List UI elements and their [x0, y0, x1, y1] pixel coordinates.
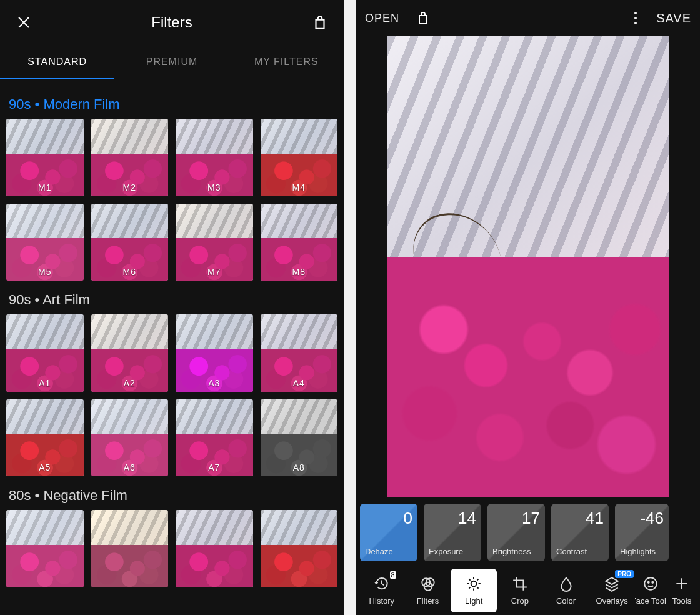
filter-thumb-preview[interactable]: [91, 510, 169, 588]
svg-point-4: [644, 578, 657, 590]
filter-label: M6: [91, 267, 169, 277]
face-icon: [642, 576, 659, 594]
shop-icon[interactable]: [308, 10, 332, 35]
filters-title: Filters: [151, 14, 192, 31]
filter-thumb-A7[interactable]: A7: [176, 399, 253, 477]
adjust-brightness[interactable]: 17Brightness: [488, 504, 545, 561]
filter-thumb-A3[interactable]: A3: [176, 314, 253, 392]
filter-grid: M1M2M3M4M5M6M7M8: [6, 119, 338, 281]
tool-crop[interactable]: Crop: [497, 569, 543, 612]
adjust-value: -46: [620, 509, 664, 528]
tool-label: Color: [556, 596, 576, 606]
tool-filters[interactable]: Filters: [405, 569, 451, 612]
filter-label: A5: [6, 462, 84, 472]
filter-thumb-preview[interactable]: [261, 510, 338, 588]
filter-thumb-M8[interactable]: M8: [261, 204, 338, 281]
filter-thumb-A8[interactable]: A8: [261, 399, 338, 477]
tool-label: Tools: [672, 596, 691, 606]
filters-screen: Filters STANDARDPREMIUMMY FILTERS 90s • …: [0, 0, 344, 615]
tab-my-filters[interactable]: MY FILTERS: [229, 45, 344, 79]
filter-thumb-A1[interactable]: A1: [6, 314, 84, 392]
filter-thumb-A6[interactable]: A6: [91, 399, 169, 477]
tool-history[interactable]: 8History: [359, 569, 405, 612]
filter-section-title[interactable]: 90s • Art Film: [9, 292, 335, 308]
filter-thumb-A4[interactable]: A4: [261, 314, 338, 392]
more-icon[interactable]: [626, 9, 645, 28]
tab-premium[interactable]: PREMIUM: [114, 45, 229, 79]
bottom-toolbar: 8HistoryFiltersLightCropColorPROOverlays…: [356, 566, 700, 615]
open-button[interactable]: OPEN: [365, 12, 399, 25]
tool-label: Crop: [511, 596, 529, 606]
tool-label: Overlays: [596, 596, 628, 606]
filter-section-title[interactable]: 90s • Modern Film: [9, 96, 335, 112]
adjust-exposure[interactable]: 14Exposure: [424, 504, 481, 561]
filter-label: A8: [261, 462, 338, 472]
filter-label: M4: [261, 182, 338, 192]
save-button[interactable]: SAVE: [656, 11, 691, 26]
filter-tabs: STANDARDPREMIUMMY FILTERS: [0, 45, 344, 79]
tool-label: Filters: [417, 596, 439, 606]
filter-label: A3: [176, 378, 253, 388]
svg-point-5: [648, 582, 649, 583]
filter-thumb-preview[interactable]: [6, 510, 84, 588]
history-icon: [374, 576, 390, 594]
filters-header: Filters: [0, 0, 344, 45]
color-icon: [558, 576, 574, 594]
tool-light[interactable]: Light: [451, 569, 497, 612]
filter-label: M3: [176, 182, 253, 192]
pro-badge: PRO: [615, 570, 634, 578]
filter-thumb-M2[interactable]: M2: [91, 119, 169, 196]
light-icon: [466, 576, 482, 594]
history-count-badge: 8: [390, 571, 396, 579]
adjust-label: Highlights: [620, 547, 664, 556]
adjust-label: Contrast: [556, 547, 604, 556]
close-icon[interactable]: [11, 10, 36, 35]
filter-thumb-M6[interactable]: M6: [91, 204, 169, 281]
filter-label: A4: [261, 378, 338, 388]
filter-thumb-M5[interactable]: M5: [6, 204, 84, 281]
overlays-icon: [604, 576, 620, 594]
filter-thumb-M3[interactable]: M3: [176, 119, 253, 196]
tab-standard[interactable]: STANDARD: [0, 45, 114, 79]
tools-icon: [674, 576, 690, 594]
filter-label: M1: [6, 182, 84, 192]
filter-label: A1: [6, 378, 84, 388]
adjust-contrast[interactable]: 41Contrast: [551, 504, 609, 561]
adjust-label: Exposure: [429, 547, 476, 556]
filter-label: A2: [91, 378, 169, 388]
svg-point-3: [471, 581, 477, 587]
adjust-value: 14: [429, 509, 476, 528]
filter-label: A7: [176, 462, 253, 472]
filter-thumb-M7[interactable]: M7: [176, 204, 253, 281]
adjust-highlights[interactable]: -46Highlights: [615, 504, 669, 561]
filter-label: M7: [176, 267, 253, 277]
svg-point-6: [652, 582, 653, 583]
editor-header: OPEN SAVE: [356, 0, 700, 36]
filter-label: M5: [6, 267, 84, 277]
tool-face-tools[interactable]: Face Tools: [635, 569, 666, 612]
tool-tools[interactable]: Tools: [666, 569, 698, 612]
filter-thumb-preview[interactable]: [176, 510, 253, 588]
editor-screen: OPEN SAVE 0Dehaze14Exposure17Brightness4…: [356, 0, 700, 615]
image-canvas[interactable]: [388, 36, 669, 498]
adjust-dehaze[interactable]: 0Dehaze: [360, 504, 418, 561]
filter-list[interactable]: 90s • Modern FilmM1M2M3M4M5M6M7M890s • A…: [0, 79, 344, 615]
filter-thumb-A2[interactable]: A2: [91, 314, 169, 392]
tool-overlays[interactable]: PROOverlays: [589, 569, 635, 612]
filter-label: M8: [261, 267, 338, 277]
adjust-value: 0: [365, 509, 412, 528]
adjust-label: Brightness: [492, 547, 540, 556]
filter-thumb-A5[interactable]: A5: [6, 399, 84, 477]
adjustments-row[interactable]: 0Dehaze14Exposure17Brightness41Contrast-…: [360, 504, 700, 561]
filter-thumb-M4[interactable]: M4: [261, 119, 338, 196]
filters-icon: [420, 576, 436, 594]
filter-section-title[interactable]: 80s • Negative Film: [9, 488, 335, 504]
filter-thumb-M1[interactable]: M1: [6, 119, 84, 196]
shop-icon[interactable]: [411, 6, 436, 31]
tool-color[interactable]: Color: [543, 569, 589, 612]
crop-icon: [512, 576, 528, 594]
filter-grid: A1A2A3A4A5A6A7A8: [6, 314, 338, 476]
filter-label: A6: [91, 462, 169, 472]
tool-label: History: [369, 596, 394, 606]
filter-grid: [6, 510, 338, 588]
